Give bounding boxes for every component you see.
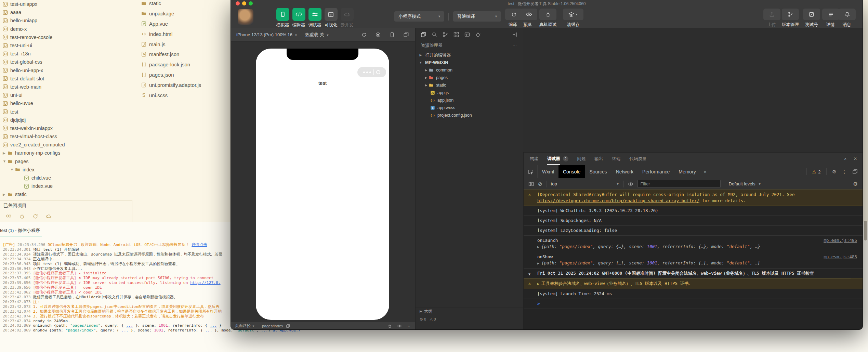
console-link[interactable]: 详情点击 [192,243,207,247]
action-button-预览[interactable]: 预览 [520,8,535,28]
closed-projects-section[interactable]: 已关闭项目 [0,200,132,211]
project-root[interactable]: ▼MP-WEIXIN [416,59,523,66]
expand-icon[interactable]: ▶ [537,245,539,249]
multi-window-icon[interactable] [403,32,409,38]
console-link[interactable]: http://127.0. [190,281,220,285]
eye-icon[interactable] [397,324,402,328]
mode-button-云开发[interactable]: 云开发 [339,8,355,28]
devtools-tab-wxml[interactable]: Wxml [538,165,558,178]
files-icon[interactable] [420,31,426,38]
action-button-详情[interactable]: 详情 [822,8,839,28]
open-editors-section[interactable]: ▶打开的编辑器 [416,51,523,59]
warning-counter[interactable]: ⚠2 [812,169,821,174]
action-button-测试号[interactable]: 测试号 [801,8,822,28]
debugger-tab-问题[interactable]: 问题 [577,156,586,162]
bug-icon[interactable] [387,324,392,328]
debugger-tab-调试器[interactable]: 调试器 [547,156,560,162]
devtools-tab-sources[interactable]: Sources [585,165,611,178]
cloud-icon[interactable] [45,213,52,220]
debugger-tab-构建[interactable]: 构建 [530,156,538,162]
console-filter-input[interactable] [637,180,721,188]
console-settings-gear-icon[interactable]: ⚙ [853,181,858,187]
tree-item[interactable]: hello-uni-app-x [0,66,132,75]
search-icon[interactable] [5,213,12,220]
tree-item[interactable]: uni-ui [0,91,132,99]
tree-item[interactable]: djdjdjdj [0,116,132,124]
action-button-编译[interactable]: 编译 [505,8,520,28]
devtools-tab-performance[interactable]: Performance [638,165,674,178]
close-panel-icon[interactable]: ✕ [854,156,857,161]
console-link[interactable]: https://developer.chrome.com/blog/enabli… [537,198,699,203]
mode-button-模拟器[interactable]: 模拟器 [275,8,291,28]
console-link[interactable]: ... [121,328,128,333]
live-expression-eye-icon[interactable] [628,181,633,187]
console-link[interactable]: ... [126,323,133,328]
tree-item[interactable]: ▶static [0,190,132,198]
tree-item[interactable]: test-weixin-uniappx [0,124,132,132]
action-button-版本管理[interactable]: 版本管理 [780,8,801,28]
tree-item[interactable]: ▼pages [0,157,132,166]
tree-item[interactable]: test- i18n [0,50,132,58]
tree-item[interactable]: test-uni-ui [0,41,132,50]
chevron-down-icon[interactable]: ▼ [3,159,8,163]
tree-item[interactable]: ▶harmony-mp-configs [0,149,132,157]
mini-program-capsule[interactable] [357,67,386,77]
devtools-tab-network[interactable]: Network [611,165,638,178]
device-frame-icon[interactable] [389,32,395,38]
more-tabs-icon[interactable]: » [700,165,710,178]
mode-dropdown[interactable]: 小程序模式 ▼ [394,11,444,22]
more-actions-icon[interactable]: ⋯ [513,43,518,48]
source-link[interactable]: mp.esm.js:485 [824,254,857,260]
action-button-真机调试[interactable]: 真机调试 [535,8,561,28]
error-count[interactable]: ⊘ 0 [420,317,426,322]
explorer-item-common[interactable]: ▶common [416,66,523,74]
tree-item[interactable]: test-virtual-host-class [0,132,132,141]
tree-item[interactable]: test-global-css [0,58,132,66]
more-icon[interactable]: ⋯ [407,324,411,328]
log-levels-dropdown[interactable]: Default levels ▼ [729,181,761,186]
action-button-清缓存[interactable]: ▼清缓存 [561,8,586,28]
git-branch-icon[interactable] [442,31,448,38]
tree-item[interactable]: ▼index [0,166,132,174]
refresh-icon[interactable] [361,32,367,38]
collapse-panel-icon[interactable]: ∧ [844,156,847,161]
devtools-tab-memory[interactable]: Memory [674,165,700,178]
page-path-label[interactable]: 页面路径 [235,323,251,328]
explorer-item-app.json[interactable]: {..}app.json [416,96,523,104]
npm-box-icon[interactable] [464,31,470,38]
kebab-menu-icon[interactable]: ⋮ [842,169,847,174]
outline-section[interactable]: ▶ 大纲 [416,308,523,315]
tree-item[interactable]: test-remove-cosole [0,33,132,41]
undock-icon[interactable] [852,169,858,174]
show-sidebar-icon[interactable] [528,181,534,187]
mode-button-可视化[interactable]: 可视化 [323,8,339,28]
explorer-item-static[interactable]: ▶static [416,81,523,89]
teapot-icon[interactable] [475,31,481,38]
tree-item[interactable]: test-web-main [0,83,132,91]
explorer-item-pages[interactable]: ▶pages [416,74,523,81]
settings-gear-icon[interactable]: ⚙ [832,169,837,175]
search-icon[interactable] [431,31,437,38]
console-link[interactable]: ... [210,323,216,328]
action-button-上传[interactable]: 上传 [763,8,780,28]
device-selector[interactable]: iPhone 12/13 (Pro) 100% 16 [236,32,292,37]
console-link[interactable]: ... [205,328,212,333]
explorer-item-app.js[interactable]: JSapp.js [416,89,523,96]
user-avatar[interactable] [238,9,253,25]
chevron-down-icon[interactable]: ▼ [10,168,15,171]
debug-icon[interactable] [19,213,25,220]
compile-mode-dropdown[interactable]: 普通编译 ▼ [453,11,501,22]
copy-icon[interactable] [286,324,290,328]
debugger-tab-代码质量[interactable]: 代码质量 [630,156,647,162]
expand-icon[interactable]: ▶ [537,261,539,265]
inspect-element-icon[interactable] [524,165,538,178]
tree-item[interactable]: demo-x [0,25,132,33]
more-icon[interactable] [363,71,371,73]
chevron-right-icon[interactable]: ▶ [3,193,8,196]
tree-item[interactable]: vue2_created_computed [0,141,132,149]
mode-button-调试器[interactable]: 调试器 [307,8,323,28]
collapse-sidebar-icon[interactable] [512,31,518,38]
tree-item[interactable]: test-uniappx [0,0,132,8]
tree-item[interactable]: test-default-slot [0,75,132,83]
warning-count[interactable]: △ 0 [430,317,436,322]
